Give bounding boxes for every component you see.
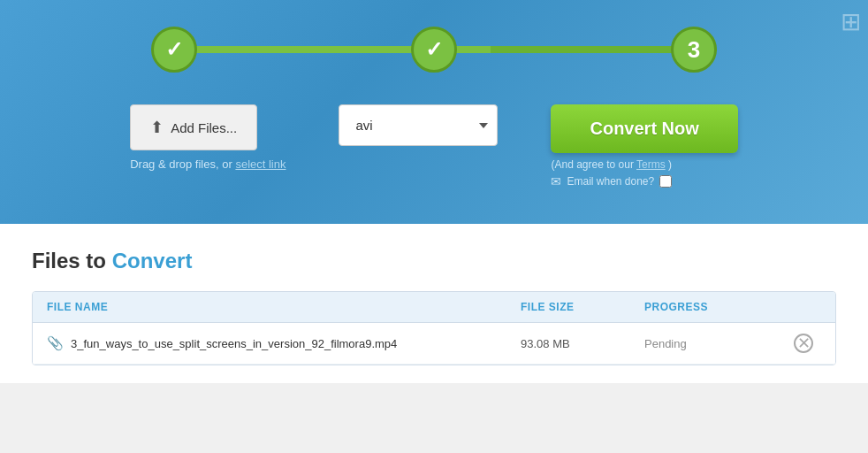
controls-row: ⬆ Add Files... Drag & drop files, or sel… <box>53 104 815 188</box>
table-header: FILE NAME FILE SIZE PROGRESS <box>33 292 835 323</box>
upload-icon: ⬆ <box>150 118 164 137</box>
convert-now-label: Convert Now <box>590 119 698 138</box>
add-files-section: ⬆ Add Files... Drag & drop files, or sel… <box>130 104 286 171</box>
header-filesize: FILE SIZE <box>521 301 644 313</box>
steps-wrapper: ✓ ✓ 3 <box>151 27 717 73</box>
step-1-circle: ✓ <box>151 27 197 73</box>
file-table: FILE NAME FILE SIZE PROGRESS 📎 3_fun_way… <box>32 291 836 365</box>
select-link[interactable]: select link <box>235 157 286 171</box>
email-checkbox[interactable] <box>659 175 672 188</box>
top-section: ⊞ ✓ ✓ 3 ⬆ Add Files... Drag & drop files… <box>0 0 868 224</box>
step-3-number: 3 <box>688 36 700 64</box>
add-files-label: Add Files... <box>171 120 237 135</box>
convert-section: Convert Now (And agree to our Terms ) ✉ … <box>551 104 737 188</box>
step-1-check: ✓ <box>165 37 183 62</box>
step-2-check: ✓ <box>425 37 443 62</box>
remove-cell: ✕ <box>786 334 821 353</box>
drag-drop-text: Drag & drop files, or select link <box>130 157 286 171</box>
format-select[interactable]: avi mp4 mkv mov wmv flv webm <box>339 104 498 146</box>
table-row: 📎 3_fun_ways_to_use_split_screens_in_ver… <box>33 323 835 365</box>
step-3-circle: 3 <box>671 27 717 73</box>
header-filename: FILE NAME <box>47 301 521 313</box>
header-actions <box>786 301 821 313</box>
progress-cell: Pending <box>644 337 786 350</box>
email-label: Email when done? <box>567 175 654 188</box>
terms-link[interactable]: Terms <box>636 158 666 171</box>
file-name-text: 3_fun_ways_to_use_split_screens_in_versi… <box>71 337 397 350</box>
file-size-cell: 93.08 MB <box>521 337 644 350</box>
step-2-circle: ✓ <box>411 27 457 73</box>
email-icon: ✉ <box>551 174 561 188</box>
format-section: avi mp4 mkv mov wmv flv webm <box>339 104 498 146</box>
add-files-button[interactable]: ⬆ Add Files... <box>130 104 257 150</box>
corner-icon: ⊞ <box>841 7 861 36</box>
paperclip-icon: 📎 <box>47 335 64 351</box>
bottom-section: Files to Convert FILE NAME FILE SIZE PRO… <box>0 224 868 383</box>
header-progress: PROGRESS <box>644 301 786 313</box>
remove-file-button[interactable]: ✕ <box>794 334 813 353</box>
section-title: Files to Convert <box>32 249 836 273</box>
convert-now-button[interactable]: Convert Now <box>551 104 737 153</box>
file-name-cell: 📎 3_fun_ways_to_use_split_screens_in_ver… <box>47 335 521 351</box>
steps-container: ✓ ✓ 3 <box>53 27 815 73</box>
email-row: ✉ Email when done? <box>551 174 672 188</box>
terms-text: (And agree to our Terms ) <box>551 158 672 171</box>
